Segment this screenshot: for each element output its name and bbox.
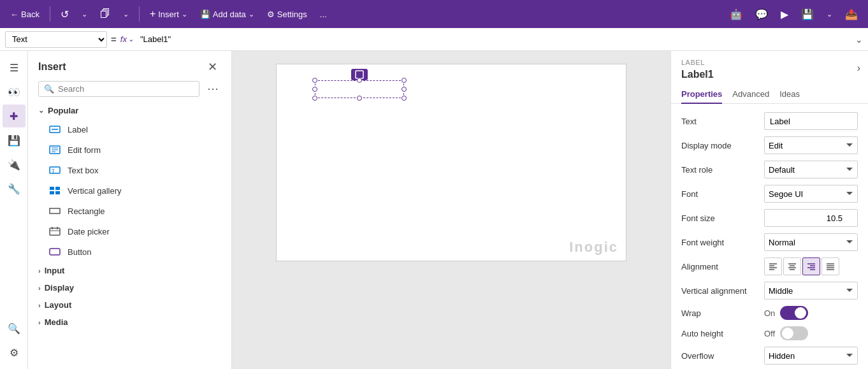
align-center-button[interactable] bbox=[783, 257, 801, 275]
insert-button[interactable]: + Insert ⌄ bbox=[145, 6, 192, 22]
insert-search-box: 🔍 bbox=[38, 81, 199, 97]
media-section-header[interactable]: › Media bbox=[28, 314, 231, 331]
align-right-button[interactable] bbox=[802, 257, 820, 275]
handle-tl[interactable] bbox=[312, 78, 317, 83]
insert-item-editform[interactable]: Edit form bbox=[28, 140, 231, 160]
popular-section-label: Popular bbox=[48, 106, 78, 115]
overflow-value: Hidden bbox=[764, 347, 858, 365]
overflow-select[interactable]: Hidden bbox=[764, 347, 858, 365]
data-icon-btn[interactable]: 💾 bbox=[3, 129, 25, 152]
preview-button[interactable]: ▶ bbox=[776, 6, 793, 23]
text-input[interactable] bbox=[764, 112, 858, 130]
popular-section-header[interactable]: ⌄ Popular bbox=[28, 102, 231, 119]
tools-icon-btn[interactable]: 🔧 bbox=[3, 177, 25, 200]
datepicker-icon bbox=[48, 225, 61, 238]
auto-height-slider bbox=[780, 326, 808, 340]
font-size-value bbox=[764, 209, 858, 227]
undo-dropdown[interactable]: ⌄ bbox=[76, 8, 92, 21]
wrap-toggle[interactable] bbox=[780, 306, 808, 320]
insert-item-button[interactable]: Button bbox=[28, 242, 231, 262]
copy-dropdown[interactable]: ⌄ bbox=[118, 8, 134, 21]
handle-bl[interactable] bbox=[312, 96, 317, 101]
search-input[interactable] bbox=[58, 84, 194, 94]
overflow-label: Overflow bbox=[681, 351, 764, 361]
adddata-label: Add data bbox=[213, 10, 246, 19]
settings-button[interactable]: ⚙ Settings bbox=[262, 7, 312, 22]
publish-button[interactable]: 📤 bbox=[840, 6, 863, 23]
back-button[interactable]: ← Back bbox=[5, 7, 45, 22]
tab-properties[interactable]: Properties bbox=[681, 85, 722, 104]
canvas-frame[interactable]: Inogic bbox=[276, 64, 626, 261]
icon-bar: ☰ 👀 ✚ 💾 🔌 🔧 🔍 ⚙ bbox=[0, 51, 28, 369]
tree-icon-btn[interactable]: 👀 bbox=[3, 80, 25, 103]
rectangle-item-label: Rectangle bbox=[68, 206, 105, 216]
align-left-button[interactable] bbox=[764, 257, 782, 275]
wrap-slider bbox=[780, 306, 808, 320]
copilot-button[interactable]: 🤖 bbox=[725, 6, 748, 23]
text-field-value bbox=[764, 112, 858, 130]
tab-advanced[interactable]: Advanced bbox=[732, 85, 769, 104]
display-section-header[interactable]: › Display bbox=[28, 279, 231, 296]
input-chevron-icon: › bbox=[38, 267, 41, 275]
font-weight-select[interactable]: Normal bbox=[764, 233, 858, 251]
label-widget[interactable] bbox=[315, 80, 404, 98]
formula-expand-icon[interactable]: ⌄ bbox=[855, 34, 863, 45]
props-row-font: Font Segoe UI bbox=[671, 182, 868, 206]
save-button[interactable]: 💾 bbox=[796, 6, 819, 23]
insert-item-gallery[interactable]: Vertical gallery bbox=[28, 180, 231, 201]
handle-ml[interactable] bbox=[312, 87, 317, 92]
handle-tr[interactable] bbox=[401, 78, 407, 83]
fx-label: fx ⌄ bbox=[120, 34, 134, 44]
wrap-label: Wrap bbox=[681, 308, 764, 318]
insert-label: Insert bbox=[158, 10, 179, 19]
settings-icon-btn[interactable]: ⚙ bbox=[3, 341, 25, 364]
handle-br[interactable] bbox=[401, 96, 407, 101]
text-role-select[interactable]: Default bbox=[764, 161, 858, 178]
vertical-alignment-select[interactable]: Middle bbox=[764, 282, 858, 300]
layout-section-header[interactable]: › Layout bbox=[28, 296, 231, 314]
chat-button[interactable]: 💬 bbox=[750, 6, 773, 23]
back-arrow-icon: ← bbox=[10, 10, 18, 19]
insert-item-datepicker[interactable]: Date picker bbox=[28, 221, 231, 242]
font-select[interactable]: Segoe UI bbox=[764, 185, 858, 203]
handle-mr[interactable] bbox=[401, 87, 407, 92]
undo-button[interactable]: ↺ bbox=[55, 6, 74, 23]
insert-item-label[interactable]: Label bbox=[28, 119, 231, 140]
insert-icon-btn[interactable]: ✚ bbox=[3, 105, 25, 127]
more-button[interactable]: ... bbox=[315, 7, 332, 22]
insert-panel-close-button[interactable]: ✕ bbox=[204, 59, 221, 75]
watermark: Inogic bbox=[569, 239, 618, 256]
property-selector[interactable]: Text bbox=[5, 31, 107, 48]
copy-button[interactable]: 🗍 bbox=[95, 6, 115, 22]
save-dropdown[interactable]: ⌄ bbox=[821, 8, 837, 21]
power-icon-btn[interactable]: 🔌 bbox=[3, 153, 25, 176]
svg-rect-11 bbox=[55, 191, 60, 194]
insert-item-rectangle[interactable]: Rectangle bbox=[28, 201, 231, 221]
label-icon bbox=[48, 123, 61, 136]
canvas-area[interactable]: Inogic bbox=[232, 51, 670, 369]
props-row-display-mode: Display mode Edit bbox=[671, 133, 868, 157]
menu-icon-btn[interactable]: ☰ bbox=[3, 56, 25, 79]
insert-item-textbox[interactable]: T Text box bbox=[28, 160, 231, 180]
formula-input[interactable] bbox=[138, 31, 851, 48]
props-row-text: Text bbox=[671, 109, 868, 133]
adddata-button[interactable]: 💾 Add data ⌄ bbox=[195, 7, 259, 22]
font-label: Font bbox=[681, 189, 764, 199]
handle-tm[interactable] bbox=[357, 78, 362, 83]
insert-more-button[interactable]: ⋯ bbox=[205, 80, 221, 97]
auto-height-value: Off bbox=[764, 326, 858, 340]
align-justify-button[interactable] bbox=[821, 257, 839, 275]
props-row-overflow: Overflow Hidden bbox=[671, 344, 868, 368]
tab-ideas[interactable]: Ideas bbox=[779, 85, 800, 104]
props-panel-expand-btn[interactable]: › bbox=[855, 60, 863, 76]
svg-rect-8 bbox=[50, 187, 54, 190]
auto-height-toggle[interactable] bbox=[780, 326, 808, 340]
back-label: Back bbox=[21, 10, 40, 19]
font-size-label: Font size bbox=[681, 213, 764, 223]
input-section-header[interactable]: › Input bbox=[28, 262, 231, 279]
search-icon-btn[interactable]: 🔍 bbox=[3, 317, 25, 340]
font-size-input[interactable] bbox=[764, 209, 858, 227]
display-mode-select[interactable]: Edit bbox=[764, 136, 858, 154]
handle-bm[interactable] bbox=[357, 96, 362, 101]
more-label: ... bbox=[320, 10, 327, 19]
